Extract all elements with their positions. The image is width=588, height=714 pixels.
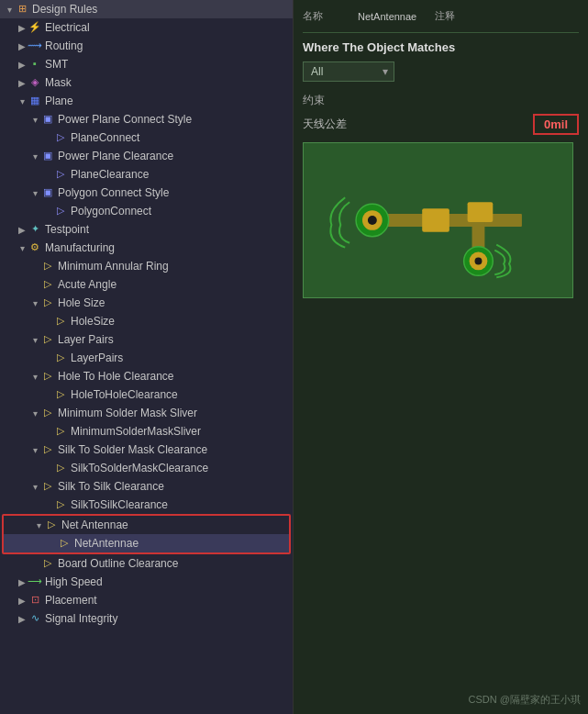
- tree-item-layerpairs[interactable]: ▷ LayerPairs: [0, 349, 293, 367]
- icon-holesize: ▷: [53, 315, 68, 328]
- tree-item-hole-to-hole-clearance[interactable]: ▾ ▷ Hole To Hole Clearance: [0, 367, 293, 385]
- icon-netantennae: ▷: [57, 537, 72, 550]
- tree-item-net-antennae[interactable]: ▾ ▷ Net Antennae: [4, 516, 289, 534]
- tree-item-smt[interactable]: ▶ ▪ SMT: [0, 55, 293, 73]
- icon-net-antennae: ▷: [44, 519, 59, 531]
- tree-item-silktosoldermaskclearance[interactable]: ▷ SilkToSolderMaskClearance: [0, 459, 293, 477]
- tree-item-plane[interactable]: ▾ ▦ Plane: [0, 92, 293, 110]
- label-hole-to-hole-clearance: Hole To Hole Clearance: [58, 370, 174, 383]
- tree-item-minimum-annular-ring[interactable]: ▷ Minimum Annular Ring: [0, 257, 293, 275]
- icon-silk-to-silk-clearance: ▷: [40, 480, 55, 493]
- tree-item-power-plane-clearance[interactable]: ▾ ▣ Power Plane Clearance: [0, 147, 293, 165]
- arrow-smt: ▶: [17, 60, 28, 70]
- icon-hole-size: ▷: [40, 296, 55, 309]
- icon-electrical: ⚡: [28, 21, 42, 34]
- icon-smt: ▪: [28, 58, 42, 71]
- tree-item-polygon-connect-style[interactable]: ▾ ▣ Polygon Connect Style: [0, 184, 293, 202]
- label-placement: Placement: [45, 594, 97, 607]
- tree-item-minimumsoldermasksliver[interactable]: ▷ MinimumSolderMaskSliver: [0, 422, 293, 441]
- tree-item-power-plane-connect-style[interactable]: ▾ ▣ Power Plane Connect Style: [0, 110, 293, 128]
- title-value: NetAntennae: [358, 11, 416, 22]
- tree-item-high-speed[interactable]: ▶ ⟶ High Speed: [0, 573, 293, 591]
- tree-item-mask[interactable]: ▶ ◈ Mask: [0, 73, 293, 92]
- svg-point-10: [475, 258, 483, 265]
- icon-signal-integrity: ∿: [28, 612, 42, 625]
- tree-item-silktosilkclearance[interactable]: ▷ SilkToSilkClearance: [0, 496, 293, 514]
- icon-power-plane-clearance: ▣: [40, 150, 55, 162]
- tree-item-manufacturing[interactable]: ▾ ⚙ Manufacturing: [0, 239, 293, 257]
- label-minimum-annular-ring: Minimum Annular Ring: [58, 260, 169, 273]
- tree-item-plane-connect[interactable]: ▷ PlaneConnect: [0, 128, 293, 147]
- arrow-high-speed: ▶: [17, 577, 28, 587]
- arrow-power-plane-clearance: ▾: [29, 151, 40, 162]
- tree-item-netantennae[interactable]: ▷ NetAntennae: [4, 534, 289, 552]
- label-hole-size: Hole Size: [58, 296, 105, 309]
- tree-item-silk-to-silk-clearance[interactable]: ▾ ▷ Silk To Silk Clearance: [0, 477, 293, 496]
- arrow-testpoint: ▶: [17, 225, 28, 235]
- tree-item-board-outline-clearance[interactable]: ▷ Board Outline Clearance: [0, 554, 293, 573]
- arrow-plane: ▾: [17, 96, 28, 106]
- label-acute-angle: Acute Angle: [58, 278, 116, 291]
- right-panel: 名称 NetAntennae 注释 Where The Object Match…: [294, 0, 588, 714]
- icon-testpoint: ✦: [28, 223, 42, 236]
- arrow-signal-integrity: ▶: [17, 614, 28, 624]
- label-layer-pairs: Layer Pairs: [58, 333, 114, 346]
- icon-minimum-annular-ring: ▷: [40, 260, 55, 273]
- constraint-label: 约束: [303, 93, 579, 108]
- icon-power-plane-connect-style: ▣: [40, 113, 55, 126]
- icon-minimumsoldermasksliver: ▷: [53, 425, 68, 438]
- label-plane-connect: PlaneConnect: [71, 131, 139, 144]
- icon-silktosoldermaskclearance: ▷: [53, 462, 68, 474]
- icon-plane-connect: ▷: [53, 131, 68, 144]
- icon-polygon-connect-style: ▣: [40, 186, 55, 199]
- arrow-hole-to-hole-clearance: ▾: [29, 372, 40, 382]
- tree-item-polygon-connect[interactable]: ▷ PolygonConnect: [0, 202, 293, 220]
- icon-design-rules: ⊞: [15, 3, 29, 16]
- icon-mask: ◈: [28, 76, 42, 89]
- tree-item-plane-clearance[interactable]: ▷ PlaneClearance: [0, 165, 293, 184]
- label-high-speed: High Speed: [45, 575, 103, 588]
- watermark: CSDN @隔壁家的王小琪: [469, 693, 581, 707]
- label-smt: SMT: [45, 58, 68, 71]
- label-net-antennae: Net Antennae: [61, 519, 128, 531]
- tree-item-silk-to-solder-mask-clearance[interactable]: ▾ ▷ Silk To Solder Mask Clearance: [0, 441, 293, 459]
- tree-item-testpoint[interactable]: ▶ ✦ Testpoint: [0, 220, 293, 239]
- tree-item-holetoholeclearance[interactable]: ▷ HoleToHoleClearance: [0, 385, 293, 404]
- label-mask: Mask: [45, 76, 72, 89]
- tree-item-signal-integrity[interactable]: ▶ ∿ Signal Integrity: [0, 609, 293, 628]
- arrow-hole-size: ▾: [29, 298, 40, 308]
- tree-item-placement[interactable]: ▶ ⊡ Placement: [0, 591, 293, 609]
- tree-item-design-rules[interactable]: ▾ ⊞ Design Rules: [0, 0, 293, 18]
- svg-rect-7: [472, 222, 485, 250]
- all-dropdown[interactable]: All: [303, 61, 394, 82]
- label-electrical: Electrical: [45, 21, 90, 34]
- label-polygon-connect: PolygonConnect: [71, 205, 151, 218]
- label-silktosilkclearance: SilkToSilkClearance: [71, 498, 168, 511]
- icon-hole-to-hole-clearance: ▷: [40, 370, 55, 383]
- tree-item-layer-pairs[interactable]: ▾ ▷ Layer Pairs: [0, 330, 293, 349]
- tree-item-hole-size[interactable]: ▾ ▷ Hole Size: [0, 294, 293, 312]
- tree-item-minimum-solder-mask-sliver[interactable]: ▾ ▷ Minimum Solder Mask Sliver: [0, 404, 293, 422]
- svg-rect-6: [468, 202, 494, 222]
- constraint-value[interactable]: 0mil: [533, 114, 579, 135]
- label-holesize: HoleSize: [71, 315, 115, 328]
- label-minimumsoldermasksliver: MinimumSolderMaskSliver: [71, 425, 201, 438]
- constraint-section: 约束 天线公差 0mil: [303, 93, 579, 135]
- constraint-name: 天线公差: [303, 117, 533, 132]
- icon-plane: ▦: [28, 95, 42, 107]
- tree-item-acute-angle[interactable]: ▷ Acute Angle: [0, 275, 293, 294]
- panel-header: 名称 NetAntennae 注释: [303, 9, 579, 33]
- tree-item-routing[interactable]: ▶ ⟿ Routing: [0, 37, 293, 55]
- arrow-silk-to-solder-mask-clearance: ▾: [29, 445, 40, 455]
- icon-silk-to-solder-mask-clearance: ▷: [40, 443, 55, 456]
- icon-plane-clearance: ▷: [53, 168, 68, 181]
- icon-silktosilkclearance: ▷: [53, 498, 68, 511]
- tree-item-holesize[interactable]: ▷ HoleSize: [0, 312, 293, 330]
- label-power-plane-connect-style: Power Plane Connect Style: [58, 113, 192, 126]
- pcb-preview: [303, 142, 573, 298]
- label-minimum-solder-mask-sliver: Minimum Solder Mask Sliver: [58, 407, 197, 419]
- label-netantennae: NetAntennae: [74, 537, 139, 550]
- arrow-mask: ▶: [17, 78, 28, 88]
- tree-item-electrical[interactable]: ▶ ⚡ Electrical: [0, 18, 293, 37]
- label-design-rules: Design Rules: [32, 3, 97, 16]
